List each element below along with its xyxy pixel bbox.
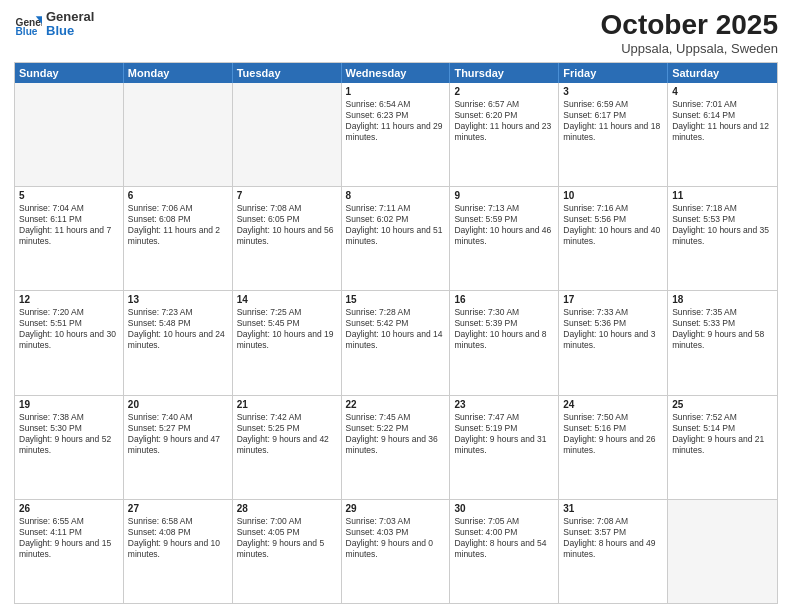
day-number: 9 bbox=[454, 190, 554, 201]
day-number: 31 bbox=[563, 503, 663, 514]
weekday-header: Saturday bbox=[668, 63, 777, 83]
weekday-header: Monday bbox=[124, 63, 233, 83]
cell-info: Sunrise: 7:30 AM Sunset: 5:39 PM Dayligh… bbox=[454, 307, 554, 351]
svg-text:Blue: Blue bbox=[16, 26, 38, 37]
day-number: 21 bbox=[237, 399, 337, 410]
top-section: General Blue General Blue October 2025 U… bbox=[14, 10, 778, 56]
cell-info: Sunrise: 7:03 AM Sunset: 4:03 PM Dayligh… bbox=[346, 516, 446, 560]
calendar-row: 26Sunrise: 6:55 AM Sunset: 4:11 PM Dayli… bbox=[15, 500, 777, 603]
calendar-cell: 30Sunrise: 7:05 AM Sunset: 4:00 PM Dayli… bbox=[450, 500, 559, 603]
calendar-cell: 7Sunrise: 7:08 AM Sunset: 6:05 PM Daylig… bbox=[233, 187, 342, 290]
cell-info: Sunrise: 7:40 AM Sunset: 5:27 PM Dayligh… bbox=[128, 412, 228, 456]
calendar-cell bbox=[668, 500, 777, 603]
logo-icon: General Blue bbox=[14, 10, 42, 38]
day-number: 14 bbox=[237, 294, 337, 305]
day-number: 8 bbox=[346, 190, 446, 201]
location: Uppsala, Uppsala, Sweden bbox=[601, 41, 778, 56]
cell-info: Sunrise: 7:04 AM Sunset: 6:11 PM Dayligh… bbox=[19, 203, 119, 247]
cell-info: Sunrise: 7:35 AM Sunset: 5:33 PM Dayligh… bbox=[672, 307, 773, 351]
calendar-cell: 17Sunrise: 7:33 AM Sunset: 5:36 PM Dayli… bbox=[559, 291, 668, 394]
logo: General Blue General Blue bbox=[14, 10, 94, 39]
cell-info: Sunrise: 7:13 AM Sunset: 5:59 PM Dayligh… bbox=[454, 203, 554, 247]
calendar-row: 1Sunrise: 6:54 AM Sunset: 6:23 PM Daylig… bbox=[15, 83, 777, 187]
calendar-cell: 9Sunrise: 7:13 AM Sunset: 5:59 PM Daylig… bbox=[450, 187, 559, 290]
day-number: 6 bbox=[128, 190, 228, 201]
calendar-row: 19Sunrise: 7:38 AM Sunset: 5:30 PM Dayli… bbox=[15, 396, 777, 500]
weekday-header: Wednesday bbox=[342, 63, 451, 83]
day-number: 2 bbox=[454, 86, 554, 97]
cell-info: Sunrise: 6:54 AM Sunset: 6:23 PM Dayligh… bbox=[346, 99, 446, 143]
cell-info: Sunrise: 7:00 AM Sunset: 4:05 PM Dayligh… bbox=[237, 516, 337, 560]
calendar-cell: 6Sunrise: 7:06 AM Sunset: 6:08 PM Daylig… bbox=[124, 187, 233, 290]
calendar-row: 12Sunrise: 7:20 AM Sunset: 5:51 PM Dayli… bbox=[15, 291, 777, 395]
day-number: 23 bbox=[454, 399, 554, 410]
calendar-header: SundayMondayTuesdayWednesdayThursdayFrid… bbox=[15, 63, 777, 83]
calendar-cell: 8Sunrise: 7:11 AM Sunset: 6:02 PM Daylig… bbox=[342, 187, 451, 290]
day-number: 20 bbox=[128, 399, 228, 410]
day-number: 7 bbox=[237, 190, 337, 201]
cell-info: Sunrise: 7:42 AM Sunset: 5:25 PM Dayligh… bbox=[237, 412, 337, 456]
day-number: 3 bbox=[563, 86, 663, 97]
cell-info: Sunrise: 7:05 AM Sunset: 4:00 PM Dayligh… bbox=[454, 516, 554, 560]
day-number: 1 bbox=[346, 86, 446, 97]
calendar-cell bbox=[15, 83, 124, 186]
calendar-body: 1Sunrise: 6:54 AM Sunset: 6:23 PM Daylig… bbox=[15, 83, 777, 603]
calendar-cell: 11Sunrise: 7:18 AM Sunset: 5:53 PM Dayli… bbox=[668, 187, 777, 290]
cell-info: Sunrise: 7:28 AM Sunset: 5:42 PM Dayligh… bbox=[346, 307, 446, 351]
calendar-cell: 19Sunrise: 7:38 AM Sunset: 5:30 PM Dayli… bbox=[15, 396, 124, 499]
calendar-cell: 25Sunrise: 7:52 AM Sunset: 5:14 PM Dayli… bbox=[668, 396, 777, 499]
day-number: 10 bbox=[563, 190, 663, 201]
calendar-cell: 4Sunrise: 7:01 AM Sunset: 6:14 PM Daylig… bbox=[668, 83, 777, 186]
calendar-cell: 22Sunrise: 7:45 AM Sunset: 5:22 PM Dayli… bbox=[342, 396, 451, 499]
cell-info: Sunrise: 7:11 AM Sunset: 6:02 PM Dayligh… bbox=[346, 203, 446, 247]
cell-info: Sunrise: 6:55 AM Sunset: 4:11 PM Dayligh… bbox=[19, 516, 119, 560]
calendar-cell: 2Sunrise: 6:57 AM Sunset: 6:20 PM Daylig… bbox=[450, 83, 559, 186]
page-container: General Blue General Blue October 2025 U… bbox=[0, 0, 792, 612]
weekday-header: Friday bbox=[559, 63, 668, 83]
calendar-cell bbox=[233, 83, 342, 186]
cell-info: Sunrise: 7:23 AM Sunset: 5:48 PM Dayligh… bbox=[128, 307, 228, 351]
cell-info: Sunrise: 7:06 AM Sunset: 6:08 PM Dayligh… bbox=[128, 203, 228, 247]
calendar-cell: 27Sunrise: 6:58 AM Sunset: 4:08 PM Dayli… bbox=[124, 500, 233, 603]
day-number: 11 bbox=[672, 190, 773, 201]
day-number: 25 bbox=[672, 399, 773, 410]
cell-info: Sunrise: 7:18 AM Sunset: 5:53 PM Dayligh… bbox=[672, 203, 773, 247]
day-number: 26 bbox=[19, 503, 119, 514]
calendar-cell: 10Sunrise: 7:16 AM Sunset: 5:56 PM Dayli… bbox=[559, 187, 668, 290]
calendar-cell: 15Sunrise: 7:28 AM Sunset: 5:42 PM Dayli… bbox=[342, 291, 451, 394]
logo-blue: Blue bbox=[46, 24, 94, 38]
calendar-cell: 21Sunrise: 7:42 AM Sunset: 5:25 PM Dayli… bbox=[233, 396, 342, 499]
day-number: 13 bbox=[128, 294, 228, 305]
day-number: 17 bbox=[563, 294, 663, 305]
calendar-cell: 31Sunrise: 7:08 AM Sunset: 3:57 PM Dayli… bbox=[559, 500, 668, 603]
calendar-cell: 26Sunrise: 6:55 AM Sunset: 4:11 PM Dayli… bbox=[15, 500, 124, 603]
cell-info: Sunrise: 7:47 AM Sunset: 5:19 PM Dayligh… bbox=[454, 412, 554, 456]
cell-info: Sunrise: 6:59 AM Sunset: 6:17 PM Dayligh… bbox=[563, 99, 663, 143]
cell-info: Sunrise: 7:33 AM Sunset: 5:36 PM Dayligh… bbox=[563, 307, 663, 351]
day-number: 19 bbox=[19, 399, 119, 410]
day-number: 22 bbox=[346, 399, 446, 410]
cell-info: Sunrise: 7:45 AM Sunset: 5:22 PM Dayligh… bbox=[346, 412, 446, 456]
logo-general: General bbox=[46, 10, 94, 24]
day-number: 15 bbox=[346, 294, 446, 305]
cell-info: Sunrise: 7:01 AM Sunset: 6:14 PM Dayligh… bbox=[672, 99, 773, 143]
day-number: 12 bbox=[19, 294, 119, 305]
calendar-cell: 20Sunrise: 7:40 AM Sunset: 5:27 PM Dayli… bbox=[124, 396, 233, 499]
calendar-cell: 13Sunrise: 7:23 AM Sunset: 5:48 PM Dayli… bbox=[124, 291, 233, 394]
calendar-cell: 24Sunrise: 7:50 AM Sunset: 5:16 PM Dayli… bbox=[559, 396, 668, 499]
cell-info: Sunrise: 6:57 AM Sunset: 6:20 PM Dayligh… bbox=[454, 99, 554, 143]
cell-info: Sunrise: 6:58 AM Sunset: 4:08 PM Dayligh… bbox=[128, 516, 228, 560]
calendar-cell: 1Sunrise: 6:54 AM Sunset: 6:23 PM Daylig… bbox=[342, 83, 451, 186]
calendar-cell: 14Sunrise: 7:25 AM Sunset: 5:45 PM Dayli… bbox=[233, 291, 342, 394]
weekday-header: Sunday bbox=[15, 63, 124, 83]
day-number: 27 bbox=[128, 503, 228, 514]
day-number: 18 bbox=[672, 294, 773, 305]
calendar-cell: 3Sunrise: 6:59 AM Sunset: 6:17 PM Daylig… bbox=[559, 83, 668, 186]
weekday-header: Tuesday bbox=[233, 63, 342, 83]
cell-info: Sunrise: 7:20 AM Sunset: 5:51 PM Dayligh… bbox=[19, 307, 119, 351]
day-number: 30 bbox=[454, 503, 554, 514]
weekday-header: Thursday bbox=[450, 63, 559, 83]
day-number: 5 bbox=[19, 190, 119, 201]
calendar-cell: 5Sunrise: 7:04 AM Sunset: 6:11 PM Daylig… bbox=[15, 187, 124, 290]
calendar-cell: 18Sunrise: 7:35 AM Sunset: 5:33 PM Dayli… bbox=[668, 291, 777, 394]
